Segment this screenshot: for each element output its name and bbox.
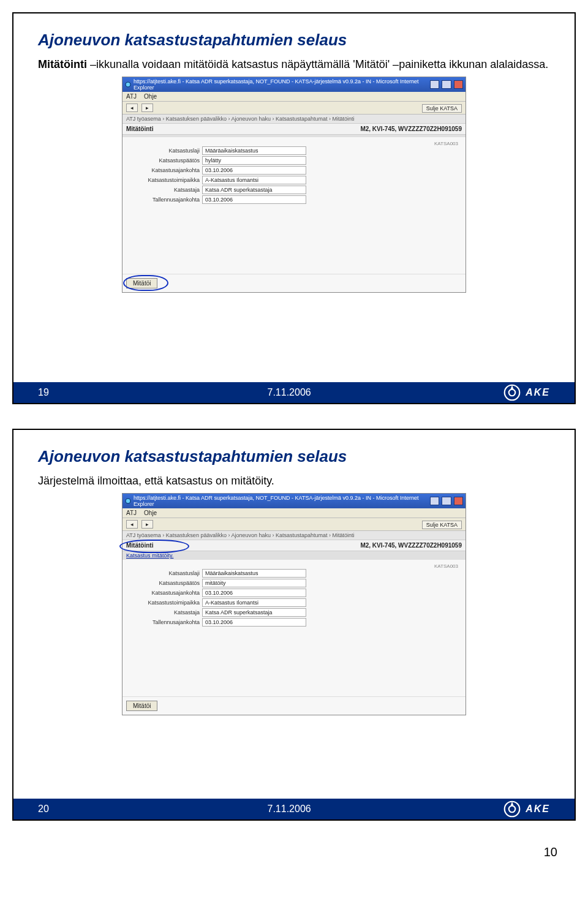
page-header-left: Mitätöinti: [126, 542, 153, 549]
ie-icon: [125, 498, 131, 504]
menu-atj[interactable]: ATJ: [126, 510, 137, 516]
page-header-left: Mitätöinti: [126, 126, 153, 132]
maximize-icon[interactable]: [442, 497, 451, 505]
ie-window: https://atjtesti.ake.fi - Katsa ADR supe…: [122, 493, 466, 715]
form-content: KATSA003 KatsastuslajiMääräaikaiskatsast…: [123, 137, 466, 206]
close-icon[interactable]: [454, 497, 463, 505]
breadcrumb: ATJ työasema › Katsastuksen päävalikko ›…: [123, 115, 466, 124]
slide-footer: 20 7.11.2006 AKE: [13, 799, 575, 819]
nav-back-button[interactable]: ◂: [126, 104, 138, 112]
footer-brand: AKE: [503, 800, 550, 818]
value-katsastuslaji: Määräaikaiskatsastus: [202, 146, 306, 155]
label-katsastusajankohta: Katsastusajankohta: [126, 167, 202, 173]
close-katsa-button[interactable]: Sulje KATSA: [422, 521, 462, 529]
app-menubar: ATJ Ohje: [123, 508, 466, 518]
slide-footer: 19 7.11.2006 AKE: [13, 382, 575, 403]
ake-logo-icon: [503, 800, 521, 818]
ie-titlebar: https://atjtesti.ake.fi - Katsa ADR supe…: [123, 494, 466, 508]
ie-window: https://atjtesti.ake.fi - Katsa ADR supe…: [122, 77, 466, 293]
value-katsastuslaji: Määräaikaiskatsastus: [202, 569, 306, 578]
slide: Ajoneuvon katsastustapahtumien selaus Mi…: [12, 12, 576, 404]
slide-date: 7.11.2006: [75, 804, 503, 815]
page-header: Mitätöinti M2, KVI-745, WVZZZZ70Z2H09105…: [123, 540, 466, 551]
slide-date: 7.11.2006: [75, 387, 503, 398]
form-spacer: [123, 629, 466, 696]
value-tallennusajankohta: 03.10.2006: [202, 618, 306, 627]
page-header-right: M2, KVI-745, WVZZZZ70Z2H091059: [360, 126, 462, 132]
svg-point-5: [509, 806, 516, 813]
brand-text: AKE: [526, 387, 550, 398]
body-bold: Mitätöinti: [38, 58, 87, 70]
ie-icon: [125, 81, 131, 88]
footer-brand: AKE: [503, 384, 550, 401]
close-icon[interactable]: [454, 80, 463, 89]
ie-titlebar: https://atjtesti.ake.fi - Katsa ADR supe…: [123, 77, 466, 92]
form-content: KATSA003 KatsastuslajiMääräaikaiskatsast…: [123, 560, 466, 629]
menu-ohje[interactable]: Ohje: [144, 93, 157, 100]
slide: Ajoneuvon katsastustapahtumien selaus Jä…: [12, 429, 576, 821]
slide-body: Mitätöinti –ikkunalla voidaan mitätöidä …: [38, 57, 550, 72]
breadcrumb: ATJ työasema › Katsastuksen päävalikko ›…: [123, 531, 466, 540]
label-katsastuslaji: Katsastuslaji: [126, 570, 202, 576]
form-spacer: [123, 206, 466, 274]
menu-atj[interactable]: ATJ: [126, 93, 137, 100]
value-katsastustoimipaikka: A-Katsastus Ilomantsi: [202, 598, 306, 607]
page-header: Mitätöinti M2, KVI-745, WVZZZZ70Z2H09105…: [123, 124, 466, 135]
nav-fwd-button[interactable]: ▸: [141, 104, 153, 112]
value-katsastustoimipaikka: A-Katsastus Ilomantsi: [202, 176, 306, 184]
app-toolbar: ◂ ▸ Sulje KATSA: [123, 518, 466, 531]
page-number: 10: [12, 845, 576, 859]
ie-title-text: https://atjtesti.ake.fi - Katsa ADR supe…: [134, 78, 425, 91]
svg-point-2: [509, 390, 516, 396]
button-row: Mitätöi: [123, 696, 466, 715]
brand-text: AKE: [526, 804, 550, 815]
ake-logo-icon: [503, 384, 521, 401]
value-katsastaja: Katsa ADR superkatsastaja: [202, 608, 306, 617]
close-katsa-button[interactable]: Sulje KATSA: [422, 104, 462, 113]
value-katsastusajankohta: 03.10.2006: [202, 166, 306, 175]
app-menubar: ATJ Ohje: [123, 92, 466, 102]
label-tallennusajankohta: Tallennusajankohta: [126, 197, 202, 203]
menu-ohje[interactable]: Ohje: [144, 510, 157, 516]
slide-body: Järjestelmä ilmoittaa, että katsastus on…: [38, 473, 550, 488]
label-tallennusajankohta: Tallennusajankohta: [126, 619, 202, 625]
label-katsastaja: Katsastaja: [126, 609, 202, 616]
page-header-right: M2, KVI-745, WVZZZZ70Z2H091059: [360, 542, 462, 549]
label-katsastustoimipaikka: Katsastustoimipaikka: [126, 600, 202, 606]
body-rest: –ikkunalla voidaan mitätöidä katsastus n…: [87, 58, 548, 70]
value-katsastusajankohta: 03.10.2006: [202, 589, 306, 597]
button-row: Mitätöi: [123, 274, 466, 292]
value-katsastuspaatos: mitätöity: [202, 579, 306, 587]
nav-fwd-button[interactable]: ▸: [141, 520, 153, 529]
slide-title: Ajoneuvon katsastustapahtumien selaus: [38, 447, 550, 466]
app-toolbar: ◂ ▸ Sulje KATSA: [123, 102, 466, 115]
label-katsastustoimipaikka: Katsastustoimipaikka: [126, 177, 202, 183]
value-katsastaja: Katsa ADR superkatsastaja: [202, 186, 306, 194]
svg-point-0: [126, 82, 130, 87]
status-message: Katsastus mitätöity.: [123, 551, 466, 560]
slide-number: 19: [38, 387, 75, 398]
mitatoi-button[interactable]: Mitätöi: [126, 278, 157, 288]
slide-number: 20: [38, 804, 75, 815]
label-katsastuspaatos: Katsastuspäätös: [126, 580, 202, 586]
label-katsastuslaji: Katsastuslaji: [126, 148, 202, 154]
nav-back-button[interactable]: ◂: [126, 520, 138, 529]
mitatoi-button[interactable]: Mitätöi: [126, 701, 157, 711]
body-rest: Järjestelmä ilmoittaa, että katsastus on…: [38, 475, 274, 487]
value-tallennusajankohta: 03.10.2006: [202, 195, 306, 204]
label-katsastusajankohta: Katsastusajankohta: [126, 590, 202, 596]
screen-ref: KATSA003: [126, 141, 462, 146]
label-katsastuspaatos: Katsastuspäätös: [126, 157, 202, 164]
minimize-icon[interactable]: [430, 497, 439, 505]
slide-title: Ajoneuvon katsastustapahtumien selaus: [38, 31, 550, 50]
svg-point-3: [126, 499, 130, 503]
value-katsastuspaatos: hylätty: [202, 156, 306, 165]
maximize-icon[interactable]: [442, 80, 451, 89]
label-katsastaja: Katsastaja: [126, 187, 202, 193]
ie-title-text: https://atjtesti.ake.fi - Katsa ADR supe…: [134, 495, 425, 507]
minimize-icon[interactable]: [430, 80, 439, 89]
screen-ref: KATSA003: [126, 563, 462, 569]
